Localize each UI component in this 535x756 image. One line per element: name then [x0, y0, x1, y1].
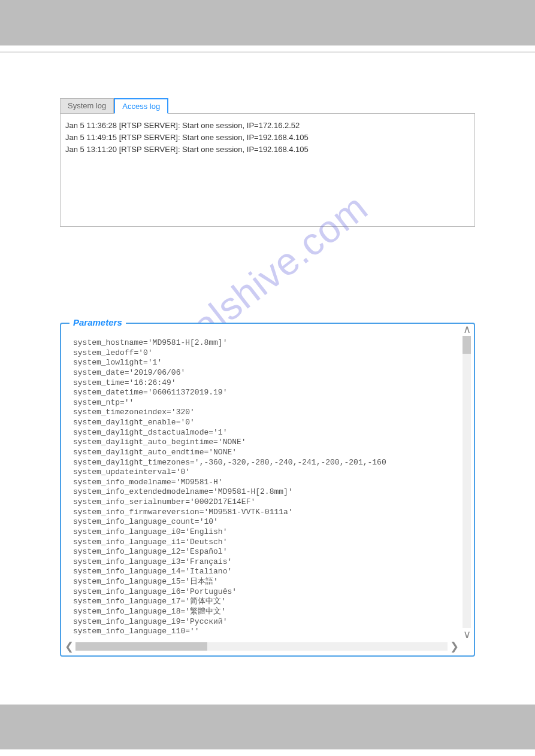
vertical-scrollbar[interactable]: ∧ ∨ [461, 324, 473, 640]
parameters-textarea[interactable]: system_hostname='MD9581-H[2.8mm]' system… [65, 335, 470, 652]
horizontal-scrollbar[interactable]: ❮ ❯ [64, 640, 460, 653]
vertical-scroll-track[interactable] [463, 336, 471, 628]
parameters-legend: Parameters [69, 317, 126, 327]
scroll-right-icon[interactable]: ❯ [449, 641, 460, 652]
scroll-up-icon[interactable]: ∧ [461, 324, 472, 335]
horizontal-scroll-track[interactable] [75, 642, 448, 651]
footer-bar [0, 705, 535, 749]
tab-system-log[interactable]: System log [60, 98, 114, 114]
log-entry: Jan 5 11:49:15 [RTSP SERVER]: Start one … [65, 132, 470, 144]
horizontal-scroll-thumb[interactable] [75, 642, 207, 651]
tab-access-log[interactable]: Access log [114, 98, 168, 114]
scroll-down-icon[interactable]: ∨ [461, 629, 472, 640]
vertical-scroll-thumb[interactable] [463, 336, 471, 354]
log-entry: Jan 5 13:11:20 [RTSP SERVER]: Start one … [65, 144, 470, 156]
tab-strip: System log Access log [60, 98, 475, 113]
header-bar [0, 0, 535, 45]
log-entry: Jan 5 11:36:28 [RTSP SERVER]: Start one … [65, 120, 470, 132]
scroll-left-icon[interactable]: ❮ [64, 641, 74, 652]
log-panel: Jan 5 11:36:28 [RTSP SERVER]: Start one … [60, 113, 475, 227]
parameters-panel: Parameters system_hostname='MD9581-H[2.8… [60, 323, 475, 657]
